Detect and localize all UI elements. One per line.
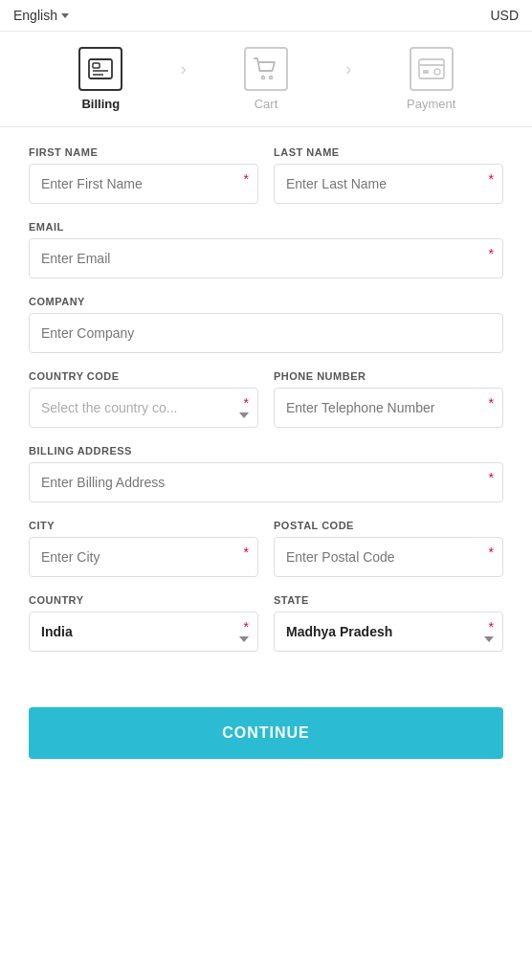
phone-input-wrapper: * xyxy=(274,388,503,428)
language-label: English xyxy=(13,8,57,23)
first-name-label: FIRST NAME xyxy=(29,146,258,158)
billing-label: Billing xyxy=(81,97,120,111)
country-code-group: COUNTRY CODE Select the country co... * xyxy=(29,370,258,428)
last-name-input-wrapper: * xyxy=(274,164,503,204)
step-cart[interactable]: Cart xyxy=(194,47,339,111)
svg-rect-0 xyxy=(89,59,112,78)
email-row: EMAIL * xyxy=(29,221,503,278)
cart-icon xyxy=(244,47,288,91)
state-group: STATE Madhya Pradesh * xyxy=(274,594,503,652)
country-state-row: COUNTRY India * STATE Madhya Pradesh * xyxy=(29,594,503,652)
payment-icon xyxy=(410,47,454,91)
country-input-wrapper: India * xyxy=(29,612,258,652)
language-dropdown-arrow xyxy=(61,13,69,18)
company-group: COMPANY xyxy=(29,296,503,353)
state-input-wrapper: Madhya Pradesh * xyxy=(274,612,503,652)
billing-address-input[interactable] xyxy=(29,462,503,502)
payment-label: Payment xyxy=(407,97,455,111)
svg-point-4 xyxy=(262,77,265,79)
postal-code-input[interactable] xyxy=(274,537,503,577)
country-code-input-wrapper: Select the country co... * xyxy=(29,388,258,428)
country-code-select[interactable]: Select the country co... xyxy=(29,388,258,428)
email-group: EMAIL * xyxy=(29,221,503,278)
billing-address-label: BILLING ADDRESS xyxy=(29,445,503,457)
company-label: COMPANY xyxy=(29,296,503,307)
last-name-label: LAST NAME xyxy=(274,146,503,158)
step-billing[interactable]: Billing xyxy=(29,47,173,111)
city-group: CITY * xyxy=(29,520,258,577)
svg-point-5 xyxy=(270,77,273,79)
postal-code-group: POSTAL CODE * xyxy=(274,520,503,577)
svg-rect-6 xyxy=(419,59,444,78)
city-postal-row: CITY * POSTAL CODE * xyxy=(29,520,503,577)
company-input-wrapper xyxy=(29,313,503,353)
email-input[interactable] xyxy=(29,238,503,278)
svg-rect-8 xyxy=(423,70,429,74)
country-value: India xyxy=(41,624,73,639)
country-group: COUNTRY India * xyxy=(29,594,258,652)
city-input-wrapper: * xyxy=(29,537,258,577)
billing-address-row: BILLING ADDRESS * xyxy=(29,445,503,502)
country-label: COUNTRY xyxy=(29,594,258,606)
company-row: COMPANY xyxy=(29,296,503,353)
first-name-input[interactable] xyxy=(29,164,258,204)
name-row: FIRST NAME * LAST NAME * xyxy=(29,146,503,204)
cart-label: Cart xyxy=(255,97,278,111)
phone-label: PHONE NUMBER xyxy=(274,370,503,382)
billing-icon xyxy=(78,47,122,91)
state-label: STATE xyxy=(274,594,503,606)
state-select[interactable]: Madhya Pradesh xyxy=(274,612,503,652)
email-input-wrapper: * xyxy=(29,238,503,278)
currency-label: USD xyxy=(490,8,519,23)
postal-code-input-wrapper: * xyxy=(274,537,503,577)
billing-address-input-wrapper: * xyxy=(29,462,503,502)
phone-group: PHONE NUMBER * xyxy=(274,370,503,428)
svg-rect-1 xyxy=(93,63,100,68)
last-name-input[interactable] xyxy=(274,164,503,204)
email-label: EMAIL xyxy=(29,221,503,233)
last-name-group: LAST NAME * xyxy=(274,146,503,204)
billing-form: FIRST NAME * LAST NAME * EMAIL * COMPAN xyxy=(0,127,532,688)
phone-input[interactable] xyxy=(274,388,503,428)
company-input[interactable] xyxy=(29,313,503,353)
top-bar: English USD xyxy=(0,0,532,32)
city-input[interactable] xyxy=(29,537,258,577)
continue-button[interactable]: CONTINUE xyxy=(29,707,503,759)
arrow-billing-cart: › xyxy=(173,59,194,79)
svg-point-9 xyxy=(434,69,440,75)
steps-nav: Billing › Cart › Payment xyxy=(0,32,532,127)
country-phone-row: COUNTRY CODE Select the country co... * … xyxy=(29,370,503,428)
arrow-cart-payment: › xyxy=(338,59,359,79)
continue-btn-container: CONTINUE xyxy=(0,688,532,788)
step-payment[interactable]: Payment xyxy=(359,47,503,111)
first-name-input-wrapper: * xyxy=(29,164,258,204)
country-code-label: COUNTRY CODE xyxy=(29,370,258,382)
postal-code-label: POSTAL CODE xyxy=(274,520,503,531)
state-value: Madhya Pradesh xyxy=(286,624,392,639)
country-select[interactable]: India xyxy=(29,612,258,652)
city-label: CITY xyxy=(29,520,258,531)
billing-address-group: BILLING ADDRESS * xyxy=(29,445,503,502)
language-selector[interactable]: English xyxy=(13,8,69,23)
first-name-group: FIRST NAME * xyxy=(29,146,258,204)
